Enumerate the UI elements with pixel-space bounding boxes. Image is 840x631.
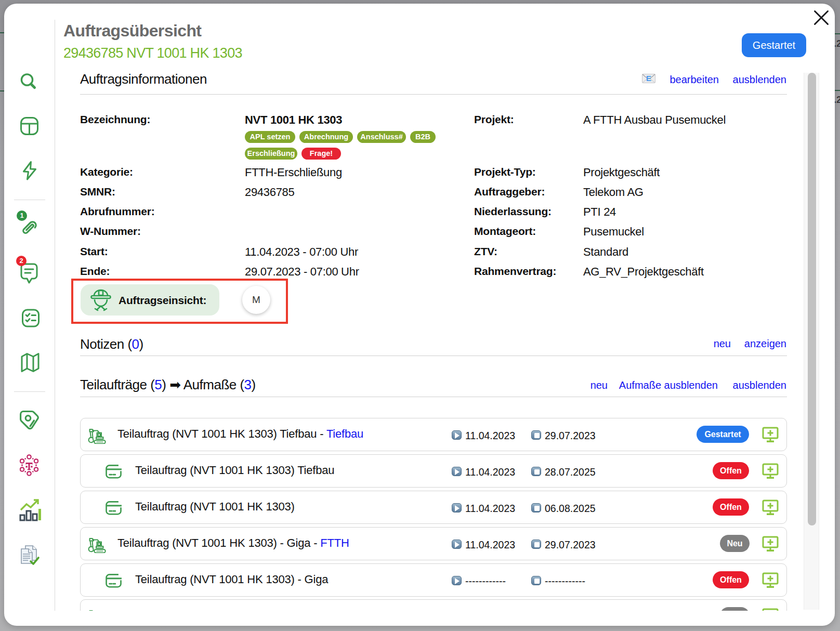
svg-text:E: E [646, 74, 651, 83]
